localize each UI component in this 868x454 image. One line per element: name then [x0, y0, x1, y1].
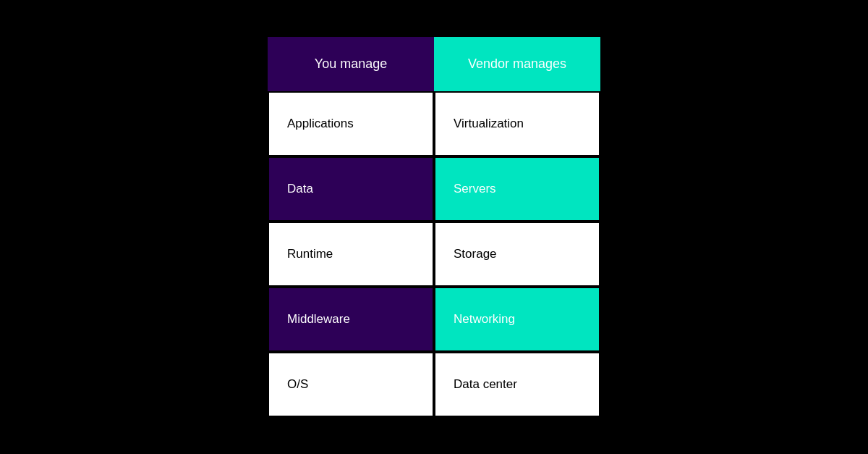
cell-storage: Storage — [434, 222, 600, 287]
cell-servers: Servers — [434, 156, 600, 222]
cell-runtime: Runtime — [268, 222, 434, 287]
cell-networking: Networking — [434, 287, 600, 352]
cell-data-label: Data — [287, 182, 313, 196]
cell-storage-label: Storage — [454, 247, 497, 261]
cell-middleware: Middleware — [268, 287, 434, 352]
header-vendor-manages-label: Vendor manages — [468, 56, 566, 72]
cell-runtime-label: Runtime — [287, 247, 333, 261]
header-you-manage-label: You manage — [315, 56, 387, 72]
cell-servers-label: Servers — [454, 182, 496, 196]
header-vendor-manages: Vendor manages — [434, 37, 600, 91]
cell-networking-label: Networking — [454, 312, 515, 327]
cell-middleware-label: Middleware — [287, 312, 350, 327]
cell-applications: Applications — [268, 91, 434, 156]
cell-applications-label: Applications — [287, 117, 354, 131]
cell-datacenter: Data center — [434, 352, 600, 417]
comparison-grid: You manage Vendor manages Applications V… — [268, 37, 600, 417]
cell-data: Data — [268, 156, 434, 222]
cell-virtualization: Virtualization — [434, 91, 600, 156]
cell-virtualization-label: Virtualization — [454, 117, 524, 131]
header-you-manage: You manage — [268, 37, 434, 91]
cell-os-label: O/S — [287, 377, 308, 392]
cell-os: O/S — [268, 352, 434, 417]
cell-datacenter-label: Data center — [454, 377, 517, 392]
